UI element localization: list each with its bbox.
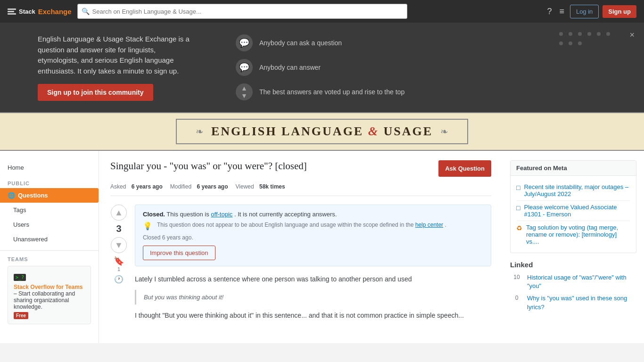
hero-dots-decoration xyxy=(559,32,616,45)
closed-header-text: This question is xyxy=(166,211,211,218)
meta-post-icon-0: □ xyxy=(516,184,520,191)
upvote-button[interactable]: ▲ xyxy=(111,205,127,221)
sidebar: Home PUBLIC 🌐Questions Tags Users Unansw… xyxy=(0,151,99,343)
question-meta: Asked 6 years ago Modified 6 years ago V… xyxy=(110,183,491,196)
modified-time: 6 years ago xyxy=(197,183,228,190)
off-topic-link[interactable]: off-topic xyxy=(211,211,232,218)
questions-globe-icon: 🌐 xyxy=(8,192,15,199)
help-icon-button[interactable]: ? xyxy=(545,5,553,18)
sidebar-item-questions[interactable]: 🌐Questions xyxy=(0,188,99,203)
linked-link-0[interactable]: Historical usage of "was"/"were" with "y… xyxy=(527,273,636,290)
downvote-button[interactable]: ▼ xyxy=(111,237,127,253)
search-icon: 🔍 xyxy=(82,8,90,15)
site-title: ENGLISH LANGUAGE & USAGE xyxy=(211,124,433,139)
linked-item-0: 10 Historical usage of "was"/"were" with… xyxy=(510,273,636,290)
ask-question-icon: 💬 xyxy=(236,34,253,51)
hero-description: English Language & Usage Stack Exchange … xyxy=(38,34,198,76)
meta-item-link-2[interactable]: Tag solution by voting (tag merge, renam… xyxy=(526,224,630,245)
bookmark-button[interactable]: 🔖 1 xyxy=(114,256,124,272)
linked-title: Linked xyxy=(510,261,636,269)
vote-count: 3 xyxy=(116,223,121,234)
sidebar-item-users[interactable]: Users xyxy=(0,217,99,232)
signup-button[interactable]: Sign up xyxy=(603,5,636,18)
asked-meta: Asked 6 years ago xyxy=(110,183,163,190)
site-title-amp: & xyxy=(368,124,379,138)
header-deco-left: ❧ xyxy=(196,126,204,137)
meta-item-0: □ Recent site instability, major outages… xyxy=(516,181,630,201)
hero-text-block: English Language & Usage Stack Exchange … xyxy=(38,34,198,101)
linked-section: Linked 10 Historical usage of "was"/"wer… xyxy=(510,261,636,312)
modified-meta: Modified 6 years ago xyxy=(170,183,228,190)
closed-header: Closed. This question is off-topic . It … xyxy=(143,211,483,218)
linked-link-1[interactable]: Why is "you was" used in these song lyri… xyxy=(527,294,636,311)
asked-label: Asked xyxy=(110,183,126,190)
viewed-meta: Viewed 58k times xyxy=(236,183,285,190)
teams-section-label: TEAMS xyxy=(8,256,91,262)
linked-item-1: 0 Why is "you was" used in these song ly… xyxy=(510,294,636,311)
sidebar-item-tags[interactable]: Tags xyxy=(0,203,99,217)
improve-question-button[interactable]: Improve this question xyxy=(143,246,215,260)
site-title-part2: USAGE xyxy=(383,124,433,138)
site-logo[interactable]: StackExchange xyxy=(8,7,72,16)
meta-item-2: ♻ Tag solution by voting (tag merge, ren… xyxy=(516,221,630,248)
hero-banner: English Language & Usage Stack Exchange … xyxy=(0,23,644,112)
sidebar-item-home[interactable]: Home xyxy=(0,160,99,175)
closed-header-end: . It is not currently accepting answers. xyxy=(234,211,337,218)
answer-icon: 💬 xyxy=(236,59,253,76)
meta-item-link-0[interactable]: Recent site instability, major outages –… xyxy=(524,183,630,197)
join-community-button[interactable]: Sign up to join this community xyxy=(38,84,153,101)
main-layout: Home PUBLIC 🌐Questions Tags Users Unansw… xyxy=(0,151,644,343)
inbox-icon-button[interactable]: ≡ xyxy=(557,5,566,18)
question-body: ▲ 3 ▼ 🔖 1 🕐 Closed. This question is off… xyxy=(110,205,491,321)
logo-stack-text: Stack xyxy=(19,8,35,15)
modified-label: Modified xyxy=(170,183,191,190)
hero-close-button[interactable]: × xyxy=(629,30,635,40)
header-deco-right: ❧ xyxy=(440,126,448,137)
ask-question-button[interactable]: Ask Question xyxy=(438,160,491,177)
help-center-link[interactable]: help center xyxy=(415,222,443,228)
linked-count-1: 0 xyxy=(510,294,523,311)
lightbulb-icon: 💡 xyxy=(143,222,152,230)
vote-icon: ▲ ▼ xyxy=(236,83,253,100)
hero-feature-vote: ▲ ▼ The best answers are voted up and ri… xyxy=(236,83,405,100)
bookmark-icon: 🔖 xyxy=(114,256,124,266)
viewed-label: Viewed xyxy=(236,183,254,190)
meta-item-link-1[interactable]: Please welcome Valued Associate #1301 - … xyxy=(524,204,630,218)
search-input[interactable] xyxy=(92,8,403,15)
question-title: Singular you - "you was" or "you were"? … xyxy=(110,160,307,172)
asked-time: 6 years ago xyxy=(132,183,163,190)
hero-feature-ask: 💬 Anybody can ask a question xyxy=(236,34,405,51)
login-button[interactable]: Log in xyxy=(570,5,599,18)
site-header: ❧ ENGLISH LANGUAGE & USAGE ❧ xyxy=(0,112,644,151)
hero-feature-vote-text: The best answers are voted up and rise t… xyxy=(259,88,405,96)
closed-body-text: This question does not appear to be abou… xyxy=(157,222,446,228)
teams-free-badge: Free xyxy=(14,312,28,319)
site-title-part1: ENGLISH LANGUAGE xyxy=(211,124,363,138)
meta-tag-icon-2: ♻ xyxy=(516,224,522,232)
viewed-count: 58k times xyxy=(259,183,285,190)
bookmark-count: 1 xyxy=(117,266,120,272)
sidebar-teams-section: TEAMS >_? Stack Overflow for Teams – Sta… xyxy=(0,250,99,334)
question-body-text: Lately I stumbled across a sentence wher… xyxy=(135,274,491,284)
search-bar[interactable]: 🔍 xyxy=(77,4,407,19)
logo-exchange-text: Exchange xyxy=(38,8,72,16)
question-body-text2: I thought "But you were thinking about i… xyxy=(135,310,491,321)
history-button[interactable]: 🕐 xyxy=(114,275,124,284)
question-header: Singular you - "you was" or "you were"? … xyxy=(110,160,491,177)
stack-exchange-icon xyxy=(8,7,16,16)
content-area: Singular you - "you was" or "you were"? … xyxy=(99,151,503,343)
questions-label: Questions xyxy=(18,192,48,199)
linked-count-0: 10 xyxy=(510,273,523,290)
teams-code-icon: >_? xyxy=(14,274,26,281)
closed-notice: Closed. This question is off-topic . It … xyxy=(135,205,491,266)
nav-icons: ? ≡ Log in Sign up xyxy=(545,5,636,18)
teams-card-title: Stack Overflow for Teams xyxy=(14,284,83,290)
hero-features: 💬 Anybody can ask a question 💬 Anybody c… xyxy=(236,34,405,100)
hero-feature-ask-text: Anybody can ask a question xyxy=(259,39,342,47)
hero-feature-answer-text: Anybody can answer xyxy=(259,64,321,71)
vote-column: ▲ 3 ▼ 🔖 1 🕐 xyxy=(110,205,127,321)
teams-card: >_? Stack Overflow for Teams – Start col… xyxy=(8,266,91,324)
featured-meta-box: Featured on Meta □ Recent site instabili… xyxy=(510,160,636,253)
closed-body: 💡 This question does not appear to be ab… xyxy=(143,222,483,230)
sidebar-item-unanswered[interactable]: Unanswered xyxy=(0,232,99,247)
